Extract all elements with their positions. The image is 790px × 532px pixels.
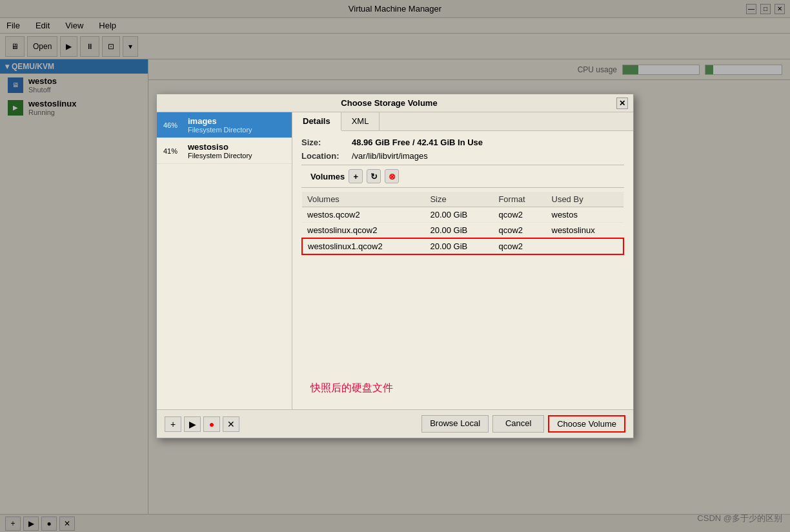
pool-type-images: Filesystem Directory — [188, 126, 252, 134]
choose-storage-volume-dialog: Choose Storage Volume ✕ 46% images Files… — [156, 94, 634, 438]
vol-size-westos: 20.00 GiB — [425, 207, 493, 223]
vol-name-westoslinux1: westoslinux1.qcow2 — [302, 238, 425, 254]
table-header-row: Volumes Size Format Used By — [302, 192, 623, 207]
pool-name-westosiso: westosiso — [188, 142, 252, 152]
volumes-label: Volumes — [310, 172, 345, 181]
pool-row-images: 46% images Filesystem Directory — [163, 116, 285, 134]
browse-local-button[interactable]: Browse Local — [421, 415, 489, 433]
table-row[interactable]: westos.qcow2 20.00 GiB qcow2 westos — [302, 207, 623, 223]
tab-xml[interactable]: XML — [341, 112, 380, 130]
storage-pool-list: 46% images Filesystem Directory 41% west… — [157, 112, 292, 409]
modal-record-button[interactable]: ● — [203, 416, 220, 432]
col-header-usedby[interactable]: Used By — [547, 192, 624, 207]
storage-pool-images[interactable]: 46% images Filesystem Directory — [157, 112, 292, 138]
vol-size-westoslinux1: 20.00 GiB — [425, 238, 493, 254]
add-volume-button[interactable]: + — [349, 169, 363, 183]
table-row-selected[interactable]: westoslinux1.qcow2 20.00 GiB qcow2 — [302, 238, 623, 254]
vol-name-westos: westos.qcow2 — [302, 207, 425, 223]
pool-name-images: images — [188, 116, 252, 126]
modal-bottom-left: + ▶ ● ✕ — [165, 416, 239, 432]
annotation-text: 快照后的硬盘文件 — [301, 374, 624, 403]
modal-details-panel: Details XML Size: 48.96 GiB Free / 42.41… — [292, 112, 633, 409]
details-content: Size: 48.96 GiB Free / 42.41 GiB In Use … — [292, 131, 633, 409]
volumes-header: Volumes + ↻ ⊗ — [301, 165, 624, 188]
col-header-volumes[interactable]: Volumes — [302, 192, 425, 207]
refresh-volumes-button[interactable]: ↻ — [367, 169, 381, 183]
vol-table: Volumes Size Format Used By westos.qcow2… — [301, 192, 624, 255]
detail-location-row: Location: /var/lib/libvirt/images — [301, 151, 624, 161]
tab-bar: Details XML — [292, 112, 633, 131]
vol-size-westoslinux: 20.00 GiB — [425, 223, 493, 239]
vol-name-westoslinux: westoslinux.qcow2 — [302, 223, 425, 239]
modal-bottom: + ▶ ● ✕ Browse Local Cancel Choose Volum… — [157, 409, 633, 438]
volumes-table: Volumes Size Format Used By westos.qcow2… — [301, 192, 624, 370]
vol-format-westoslinux: qcow2 — [493, 223, 546, 239]
modal-play-button[interactable]: ▶ — [184, 416, 201, 432]
modal-title: Choose Storage Volume — [162, 98, 616, 108]
modal-bottom-right: Browse Local Cancel Choose Volume — [421, 415, 625, 433]
col-header-size[interactable]: Size — [425, 192, 493, 207]
delete-volume-button[interactable]: ⊗ — [385, 169, 399, 183]
pool-type-westosiso: Filesystem Directory — [188, 152, 252, 159]
detail-size-row: Size: 48.96 GiB Free / 42.41 GiB In Use — [301, 138, 624, 147]
vol-usedby-westoslinux: westoslinux — [547, 223, 624, 239]
vol-usedby-westos: westos — [547, 207, 624, 223]
pool-pct-images: 46% — [163, 121, 184, 129]
location-label: Location: — [301, 151, 347, 161]
location-value: /var/lib/libvirt/images — [352, 151, 428, 161]
tab-details[interactable]: Details — [292, 112, 341, 131]
vol-format-westos: qcow2 — [493, 207, 546, 223]
modal-title-bar: Choose Storage Volume ✕ — [157, 94, 633, 112]
vol-usedby-westoslinux1 — [547, 238, 624, 254]
storage-pool-westosiso[interactable]: 41% westosiso Filesystem Directory — [157, 138, 292, 164]
col-header-format[interactable]: Format — [493, 192, 546, 207]
modal-add-button[interactable]: + — [165, 416, 181, 432]
pool-row-westosiso: 41% westosiso Filesystem Directory — [163, 142, 285, 159]
cancel-button[interactable]: Cancel — [492, 415, 544, 433]
modal-stop-button[interactable]: ✕ — [223, 416, 239, 432]
size-value: 48.96 GiB Free / 42.41 GiB In Use — [352, 138, 483, 147]
pool-pct-westosiso: 41% — [163, 147, 184, 155]
choose-volume-button[interactable]: Choose Volume — [548, 415, 625, 433]
modal-overlay: Choose Storage Volume ✕ 46% images Files… — [0, 0, 790, 532]
modal-body: 46% images Filesystem Directory 41% west… — [157, 112, 633, 409]
modal-close-button[interactable]: ✕ — [616, 97, 628, 109]
table-row[interactable]: westoslinux.qcow2 20.00 GiB qcow2 westos… — [302, 223, 623, 239]
size-label: Size: — [301, 138, 347, 147]
vol-format-westoslinux1: qcow2 — [493, 238, 546, 254]
